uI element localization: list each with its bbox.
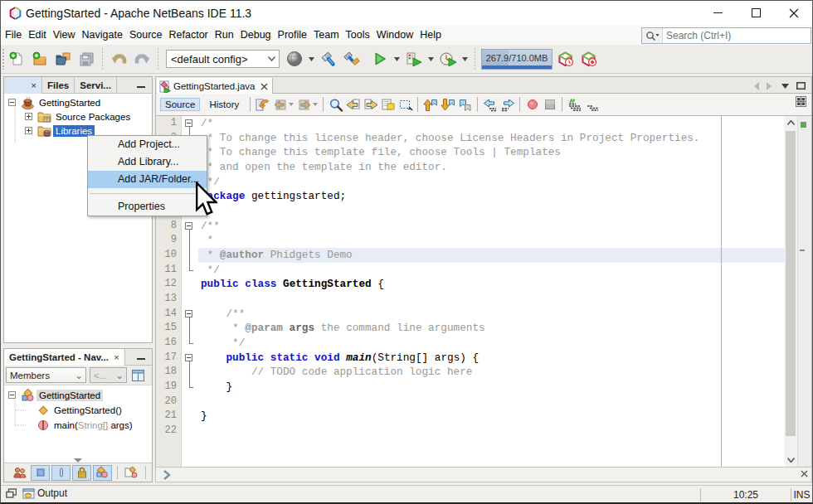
quick-search-box[interactable] — [641, 27, 811, 44]
maximize-button[interactable] — [737, 1, 775, 25]
config-combobox[interactable]: <default config> — [166, 50, 280, 68]
search-icon[interactable] — [642, 28, 663, 43]
dropdown-arrow-icon[interactable] — [392, 47, 402, 70]
redo-button[interactable] — [130, 47, 153, 70]
collapse-icon[interactable] — [8, 391, 16, 399]
dropdown-arrow-icon[interactable] — [460, 47, 470, 70]
error-stripe[interactable] — [797, 116, 811, 467]
dropdown-arrow-icon[interactable]: ⌄ — [113, 370, 126, 381]
next-occurrence-button[interactable] — [362, 96, 379, 114]
tab-files[interactable]: Files — [42, 77, 75, 94]
record-macro-button[interactable] — [523, 96, 541, 114]
output-button-label[interactable]: Output — [37, 487, 67, 499]
scroll-down-icon[interactable] — [784, 453, 797, 467]
minimize-button[interactable] — [699, 1, 737, 25]
navigator-minimize-button[interactable] — [134, 351, 148, 363]
source-view-button[interactable]: Source — [160, 98, 200, 111]
profiler-record-button[interactable] — [577, 47, 601, 70]
menu-debug[interactable]: Debug — [237, 26, 275, 45]
highlight-button[interactable] — [379, 96, 397, 114]
nav-view-icon[interactable] — [131, 369, 145, 382]
code-editor[interactable]: 12345678910111213141516171819202122 /* *… — [155, 116, 812, 467]
nav-row-1[interactable]: GettingStarted() — [4, 403, 124, 417]
vertical-scrollbar[interactable] — [784, 116, 797, 467]
profiler-clock-button[interactable] — [554, 47, 577, 70]
tab-servi[interactable]: Servi... — [75, 77, 117, 94]
breadcrumb-close-icon[interactable] — [801, 470, 808, 477]
tab-navigator[interactable]: GettingStarted - Nav... × — [4, 349, 125, 366]
menu-navigate[interactable]: Navigate — [79, 26, 126, 45]
projects-minimize-button[interactable] — [134, 79, 148, 91]
fold-collapse-icon[interactable] — [185, 354, 192, 361]
shift-right-button[interactable] — [499, 96, 516, 114]
collapse-icon[interactable] — [8, 99, 16, 106]
nav-row-0[interactable]: GettingStarted — [4, 388, 103, 402]
memory-meter[interactable]: 267.9/710.0MB — [481, 49, 553, 70]
dropdown-arrow-icon[interactable] — [426, 47, 436, 70]
projects-tab-close-icon[interactable]: × — [31, 80, 37, 90]
prev-occurrence-button[interactable] — [344, 96, 362, 114]
globe-button[interactable] — [283, 47, 306, 70]
scrollbar-thumb[interactable] — [786, 131, 796, 436]
menu-window[interactable]: Window — [373, 26, 416, 45]
menu-profile[interactable]: Profile — [275, 26, 310, 45]
menu-run[interactable]: Run — [212, 26, 237, 45]
history-view-button[interactable]: History — [205, 98, 243, 111]
static-members-filter-button[interactable] — [51, 465, 71, 481]
restore-window-group-icon[interactable] — [6, 488, 17, 498]
menu-file[interactable]: File — [2, 26, 25, 45]
config-dropdown-icon[interactable] — [264, 51, 279, 67]
inherited-members-filter-button[interactable] — [10, 465, 29, 481]
navigator-tab-close-icon[interactable]: × — [114, 352, 119, 362]
back-button[interactable] — [271, 96, 289, 114]
menu-refactor[interactable]: Refactor — [166, 26, 212, 45]
editor-tab-close-icon[interactable] — [260, 83, 268, 90]
tab-gettingstarted-java[interactable]: GettingStarted.java — [157, 78, 273, 94]
fields-filter-button[interactable] — [31, 465, 50, 481]
stop-macro-button[interactable] — [541, 96, 558, 114]
tree-row-gettingstarted[interactable]: GettingStarted — [4, 95, 103, 109]
save-all-button[interactable] — [75, 47, 98, 70]
undo-button[interactable] — [107, 47, 130, 70]
fold-collapse-icon[interactable] — [185, 310, 192, 317]
open-project-button[interactable] — [51, 47, 75, 70]
comment-button[interactable] — [566, 96, 583, 114]
dropdown-arrow-icon[interactable] — [313, 96, 319, 114]
split-editor-icon[interactable] — [796, 96, 808, 109]
new-file-button[interactable] — [5, 47, 28, 70]
maximize-editor-icon[interactable] — [795, 80, 807, 92]
menu-help[interactable]: Help — [416, 26, 445, 45]
scroll-up-icon[interactable] — [784, 116, 797, 129]
output-window-icon[interactable] — [22, 488, 35, 499]
profile-button[interactable] — [436, 47, 460, 70]
menu-view[interactable]: View — [50, 26, 79, 45]
uncomment-button[interactable] — [583, 96, 601, 114]
tab-list-icon[interactable] — [779, 80, 791, 92]
forward-button[interactable] — [295, 96, 313, 114]
find-button[interactable] — [327, 96, 344, 114]
prev-bookmark-button[interactable] — [421, 96, 439, 114]
rect-selection-button[interactable] — [397, 96, 414, 114]
menu-item-properties[interactable]: Properties — [88, 198, 207, 216]
debug-button[interactable] — [402, 47, 426, 70]
scroll-tabs-left-icon[interactable] — [750, 80, 762, 92]
build-button[interactable] — [317, 47, 340, 70]
expand-icon[interactable] — [25, 113, 32, 120]
fold-collapse-icon[interactable] — [185, 119, 192, 127]
new-project-button[interactable] — [28, 47, 51, 70]
tree-row-libraries[interactable]: Libraries — [4, 124, 95, 138]
expand-icon[interactable] — [25, 127, 32, 134]
menu-item-add-library[interactable]: Add Library... — [88, 153, 207, 171]
nav-row-2[interactable]: main(String[] args) — [4, 418, 135, 432]
fold-collapse-icon[interactable] — [185, 222, 192, 230]
dropdown-arrow-icon[interactable] — [306, 47, 317, 70]
menu-edit[interactable]: Edit — [25, 26, 50, 45]
menu-team[interactable]: Team — [310, 26, 343, 45]
tree-row-source-packages[interactable]: Source Packages — [4, 109, 133, 124]
menu-item-add-project[interactable]: Add Project... — [88, 136, 207, 153]
dropdown-arrow-icon[interactable] — [289, 96, 295, 114]
tab-projects[interactable]: × — [4, 77, 42, 94]
inner-classes-filter-button[interactable] — [93, 465, 112, 481]
run-button[interactable] — [368, 47, 392, 70]
menu-source[interactable]: Source — [126, 26, 166, 45]
